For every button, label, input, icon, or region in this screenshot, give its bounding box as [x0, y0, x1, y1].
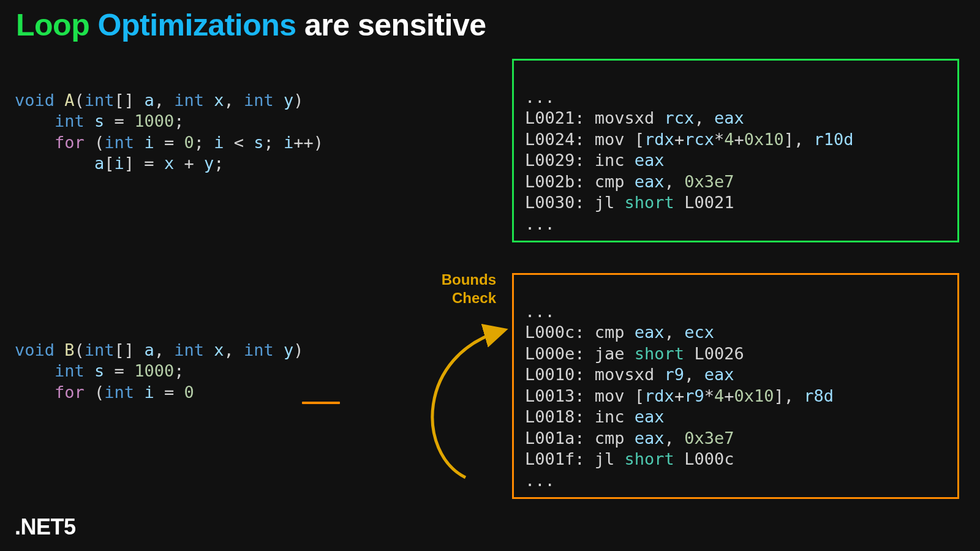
code-block-b: void B(int[] a, int x, int y) int s = 10…	[15, 318, 304, 403]
code-block-a: void A(int[] a, int x, int y) int s = 10…	[15, 69, 323, 174]
title-word-loop: Loop	[16, 8, 98, 42]
bounds-check-label: Bounds Check	[435, 271, 496, 307]
arrow-icon	[404, 306, 527, 502]
slide-title: Loop Optimizations are sensitive	[16, 7, 486, 43]
bounds-line1: Bounds	[435, 271, 496, 289]
asm-block-b: ... L000c: cmp eax, ecx L000e: jae short…	[512, 273, 959, 499]
title-word-optimizations: Optimizations	[98, 8, 296, 42]
title-words-rest: are sensitive	[296, 8, 486, 42]
asm-block-a: ... L0021: movsxd rcx, eax L0024: mov [r…	[512, 59, 959, 242]
highlight-underline	[302, 402, 340, 404]
bounds-line2: Check	[435, 289, 496, 307]
footer-label: .NET5	[15, 514, 76, 540]
